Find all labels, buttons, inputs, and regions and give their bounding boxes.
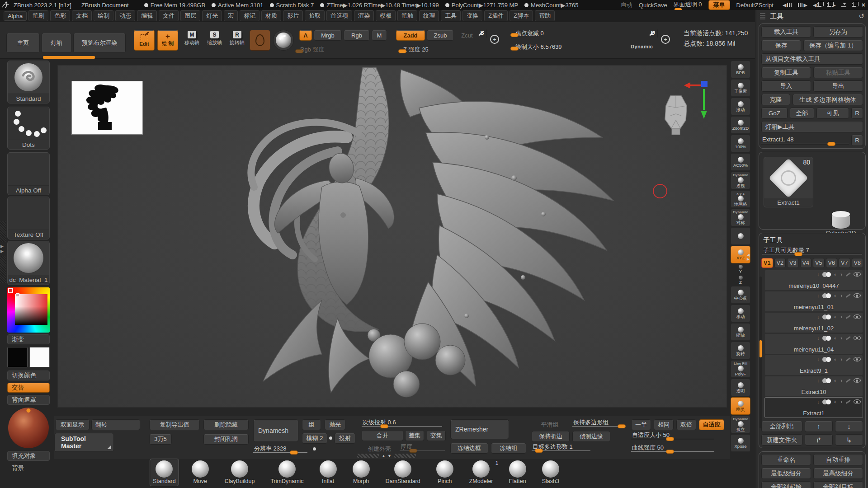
ui-opacity-slider[interactable]: 界面透明 0 <box>674 0 702 9</box>
left-tray-arrows[interactable]: ▶▶ <box>0 244 4 254</box>
make-polymesh-button[interactable]: 生成 多边形网格物体 <box>793 94 863 105</box>
uv-map-icon[interactable]: ◐ <box>834 272 837 277</box>
menu-item[interactable]: 模板 <box>376 10 396 21</box>
move-into-folder-button[interactable]: ↳ <box>835 434 863 446</box>
sv-selector[interactable] <box>16 293 19 297</box>
paint-brush-icon[interactable] <box>845 294 850 298</box>
remesh-arrow-icon[interactable]: ↓ <box>817 335 820 341</box>
brush-tile[interactable]: Inflat <box>317 459 340 486</box>
lightbox-tool-button[interactable]: 灯箱▶工具 <box>761 121 863 132</box>
clone-button[interactable]: 克隆 <box>761 94 790 105</box>
auto-reorder-button[interactable]: 自动重排 <box>813 454 863 465</box>
paint-brush-icon[interactable] <box>845 379 850 383</box>
active-tool-slider[interactable]: Extract1. 48 <box>761 136 849 145</box>
menu-item[interactable]: 材质 <box>261 10 281 21</box>
adaptive-button[interactable]: 自适应 <box>699 419 724 430</box>
current-brush-tile[interactable]: Standard <box>7 61 50 103</box>
tray-splitter-arrows[interactable]: ◀▶ <box>747 253 750 261</box>
import-button[interactable]: 导入 <box>761 80 811 92</box>
blur-radio-icon[interactable] <box>329 436 332 440</box>
menu-item[interactable]: 渲染 <box>354 10 374 21</box>
visibility-eye-icon[interactable] <box>854 293 861 298</box>
shelf-scrollbar[interactable] <box>394 454 416 458</box>
edit-button[interactable]: Edit <box>134 30 155 51</box>
paint-brush-icon[interactable] <box>845 357 850 361</box>
brush-tile[interactable]: 1 ZModeler <box>467 459 496 486</box>
aa-half-button[interactable]: AC50% <box>731 153 750 171</box>
uv-map-icon[interactable]: ◐ <box>834 314 837 319</box>
dynamesh-button[interactable]: Dynamesh <box>253 419 298 442</box>
menu-item[interactable]: 灯光 <box>202 10 222 21</box>
resolution-slider[interactable]: 分辨率 2328 <box>253 445 307 454</box>
displacement-icon[interactable]: ◑ <box>840 293 843 298</box>
visibility-eye-icon[interactable] <box>854 357 861 361</box>
goz-button[interactable]: GoZ <box>761 108 788 119</box>
detect-edges-button[interactable]: 侦测边缘 <box>572 431 610 442</box>
freeze-groups-button[interactable]: 冻结组 <box>491 443 526 454</box>
set-pivot-button[interactable]: 中心点 <box>731 286 750 304</box>
create-shell-button[interactable]: 创建外壳 <box>362 444 397 455</box>
current-material-tile[interactable]: dc_Material_1 <box>7 241 50 285</box>
slider-handle[interactable] <box>510 47 519 51</box>
tool-r-button[interactable]: R <box>851 135 863 146</box>
local-symmetry-lock-button[interactable] <box>731 227 750 245</box>
keep-creases-button[interactable]: 保持折边 <box>532 431 570 442</box>
thickness-slider[interactable]: 厚度 <box>400 443 445 452</box>
zoom2d-button[interactable]: Zoom2D <box>731 116 750 134</box>
preview-boolean-button[interactable]: 预览布尔渲染 <box>73 33 126 53</box>
move-up-button[interactable]: ↑ <box>805 421 833 432</box>
menu-item[interactable]: 拾取 <box>305 10 325 21</box>
scrollbar-handle[interactable] <box>760 340 762 357</box>
remesh-arrow-icon[interactable]: ↓ <box>817 378 820 383</box>
subtool-row[interactable]: ↓ ◐ ◑ meirenyu11_02 <box>764 312 863 333</box>
displacement-icon[interactable]: ◑ <box>840 399 843 404</box>
menu-item[interactable]: 帮助 <box>535 10 555 21</box>
lowest-subdiv-button[interactable]: 最低级细分 <box>761 468 811 479</box>
menu-item[interactable]: 编辑 <box>137 10 157 21</box>
blur-button[interactable]: 模糊 2 <box>302 433 327 444</box>
variant-tab[interactable]: V5 <box>813 258 825 268</box>
curve-strength-slider[interactable]: 曲线强度 50 <box>631 444 714 453</box>
floor-grid-button[interactable]: x y z 地网格 <box>731 190 750 208</box>
subtool-row[interactable]: ↓ ◐ ◑ meirenyu11_04 <box>764 333 863 354</box>
list-all-button[interactable]: 全部列出 <box>761 421 802 432</box>
move-gyro-button[interactable]: M 移动轴 <box>184 31 199 46</box>
stroke-curve-d-button[interactable]: + D <box>657 29 658 38</box>
variant-tab[interactable]: V1 <box>761 258 773 268</box>
goz-visible-button[interactable]: 可见 <box>816 108 849 119</box>
paint-brush-icon[interactable] <box>845 400 850 404</box>
subtool-master-button[interactable]: SubToolMaster <box>54 433 114 452</box>
brush-tile[interactable]: TrimDynamic <box>268 459 306 486</box>
xpose-button[interactable]: Xpose <box>731 434 750 452</box>
displacement-icon[interactable]: ◑ <box>840 272 843 277</box>
uv-map-icon[interactable]: ◐ <box>834 378 837 383</box>
scale-gyro-button[interactable]: S 缩放轴 <box>207 31 222 46</box>
menu-item[interactable]: 笔刷 <box>28 10 48 21</box>
switch-color-button[interactable]: 切换颜色 <box>7 371 50 380</box>
slider-handle[interactable] <box>510 33 519 37</box>
load-tool-button[interactable]: 载入工具 <box>761 26 811 38</box>
brush-tile[interactable]: ClayBuildup <box>222 459 258 486</box>
rotate-y-button[interactable]: Y <box>731 264 750 274</box>
draw-button[interactable]: + 绘 制 <box>157 30 178 51</box>
group-button[interactable]: 组 <box>302 419 321 430</box>
backface-mask-button[interactable]: 背面遮罩 <box>7 395 50 405</box>
target-polygons-slider[interactable]: 目标多边形数 1 <box>532 443 590 452</box>
gradient-button[interactable]: 渐变 <box>7 334 50 344</box>
copy-tool-button[interactable]: 复制工具 <box>761 67 811 78</box>
highest-subdiv-button[interactable]: 最高级细分 <box>813 468 863 479</box>
menu-item[interactable]: Alpha <box>4 11 27 21</box>
displacement-icon[interactable]: ◑ <box>840 378 843 383</box>
subtool-scrollbar[interactable] <box>760 277 762 428</box>
polypaint-circles-icon[interactable] <box>822 378 831 383</box>
polyframe-button[interactable]: Line Fill PolyF <box>731 360 750 378</box>
visibility-eye-icon[interactable] <box>854 378 861 383</box>
slider-handle[interactable] <box>794 252 802 256</box>
menu-item[interactable]: 绘制 <box>94 10 113 21</box>
rgb-button[interactable]: Rgb <box>344 30 370 41</box>
slider-handle[interactable] <box>535 449 543 453</box>
hue-selector[interactable] <box>8 288 13 293</box>
slider-handle[interactable] <box>827 142 835 146</box>
variant-tab[interactable]: V4 <box>800 258 812 268</box>
saturation-value-square[interactable] <box>15 294 47 325</box>
